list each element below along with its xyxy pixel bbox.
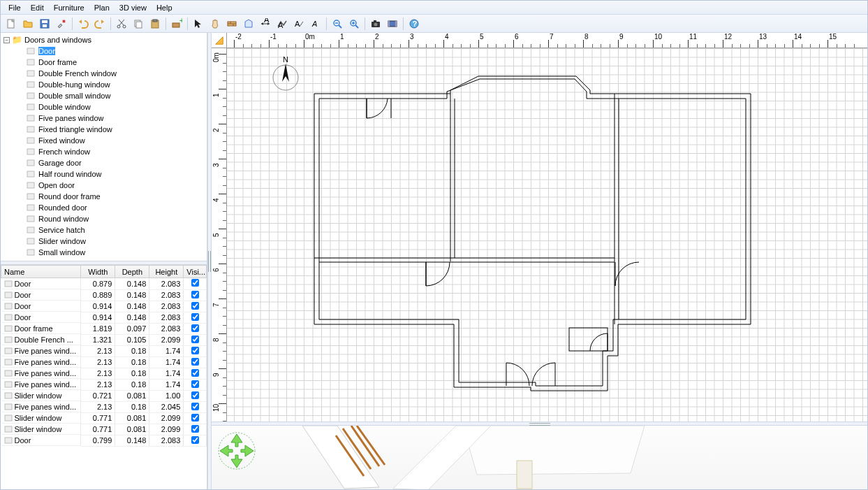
cell-visible[interactable] [184, 390, 207, 401]
nav-3d-arrows[interactable] [217, 431, 256, 470]
cell-visible[interactable] [184, 401, 207, 412]
open-folder-icon[interactable] [20, 16, 36, 31]
catalog-category-doors-windows[interactable]: − 📁 Doors and windows [1, 34, 207, 45]
catalog-item[interactable]: Open door [1, 180, 207, 191]
create-text-label-icon[interactable]: A [291, 16, 307, 31]
catalog-item[interactable]: Double window [1, 101, 207, 113]
cell-visible[interactable] [184, 289, 207, 301]
save-icon[interactable] [37, 16, 52, 31]
create-wall-icon[interactable] [224, 16, 240, 31]
help-icon[interactable]: ? [406, 16, 422, 31]
table-row[interactable]: Slider window0.7710.0812.099 [1, 424, 207, 435]
col-header-name[interactable]: Name [1, 266, 81, 278]
collapse-icon[interactable]: − [3, 37, 10, 43]
menu-help[interactable]: Help [152, 2, 177, 13]
cell-visible[interactable] [184, 301, 207, 312]
visible-checkbox[interactable] [191, 380, 199, 388]
cell-visible[interactable] [184, 379, 207, 390]
col-header-depth[interactable]: Depth [115, 266, 149, 278]
cell-visible[interactable] [184, 356, 207, 368]
catalog-item[interactable]: Rounded door [1, 202, 207, 213]
col-header-width[interactable]: Width [81, 266, 115, 278]
table-row[interactable]: Five panes wind...2.130.181.74 [1, 345, 207, 356]
cell-visible[interactable] [184, 334, 207, 345]
copy-icon[interactable] [131, 16, 146, 31]
table-row[interactable]: Five panes wind...2.130.181.74 [1, 356, 207, 368]
visible-checkbox[interactable] [191, 336, 199, 343]
cell-visible[interactable] [184, 435, 207, 446]
visible-checkbox[interactable] [191, 324, 199, 332]
visible-checkbox[interactable] [191, 302, 199, 310]
undo-icon[interactable] [75, 16, 91, 31]
table-row[interactable]: Door0.8890.1482.083 [1, 289, 207, 301]
cell-visible[interactable] [184, 412, 207, 424]
select-tool-icon[interactable] [191, 16, 206, 31]
catalog-item[interactable]: French window [1, 146, 207, 157]
create-text-icon[interactable]: A [308, 16, 323, 31]
menu-3d-view[interactable]: 3D view [115, 2, 152, 13]
video-icon[interactable] [385, 16, 400, 31]
pan-tool-icon[interactable] [207, 16, 223, 31]
visible-checkbox[interactable] [191, 403, 199, 410]
cell-visible[interactable] [184, 424, 207, 435]
col-header-visible[interactable]: Visi... [184, 266, 207, 278]
arrow-right-icon[interactable] [241, 445, 253, 456]
catalog-item[interactable]: Round window [1, 213, 207, 224]
visible-checkbox[interactable] [191, 391, 199, 399]
table-row[interactable]: Door0.9140.1482.083 [1, 301, 207, 312]
catalog-item[interactable]: Double French window [1, 68, 207, 79]
visible-checkbox[interactable] [191, 425, 199, 433]
table-row[interactable]: Door frame1.8190.0972.083 [1, 323, 207, 334]
table-row[interactable]: Door0.9140.1482.083 [1, 312, 207, 323]
arrow-left-icon[interactable] [220, 445, 233, 456]
table-row[interactable]: Double French ...1.3210.1052.099 [1, 334, 207, 345]
visible-checkbox[interactable] [191, 358, 199, 366]
visible-checkbox[interactable] [191, 436, 199, 444]
plan-grid-canvas[interactable]: N [227, 48, 867, 421]
create-room-icon[interactable] [241, 16, 256, 31]
menu-file[interactable]: File [3, 2, 26, 13]
visible-checkbox[interactable] [191, 279, 199, 287]
catalog-item[interactable]: Slider window [1, 236, 207, 247]
visible-checkbox[interactable] [191, 313, 199, 321]
catalog-item[interactable]: Half round window [1, 168, 207, 180]
plan-2d-view[interactable]: -2-10m123456789101112131415 0m1234567891… [212, 33, 867, 421]
visible-checkbox[interactable] [191, 291, 199, 298]
furniture-list-table[interactable]: Name Width Depth Height Visi... Door0.87… [1, 265, 207, 489]
redo-icon[interactable] [92, 16, 108, 31]
table-row[interactable]: Five panes wind...2.130.181.74 [1, 379, 207, 390]
catalog-item[interactable]: Door [1, 45, 207, 57]
ruler-corner[interactable] [212, 33, 227, 48]
create-polyline-icon[interactable]: A [274, 16, 290, 31]
table-row[interactable]: Five panes wind...2.130.181.74 [1, 368, 207, 379]
catalog-item[interactable]: Double-hung window [1, 79, 207, 90]
preferences-icon[interactable] [54, 16, 69, 31]
new-file-icon[interactable] [3, 16, 19, 31]
create-dimension-icon[interactable]: A [258, 16, 273, 31]
catalog-item[interactable]: Small window [1, 247, 207, 258]
catalog-item[interactable]: Door frame [1, 57, 207, 68]
table-row[interactable]: Five panes wind...2.130.182.045 [1, 401, 207, 412]
catalog-item[interactable]: Fixed window [1, 135, 207, 146]
menu-plan[interactable]: Plan [89, 2, 115, 13]
cell-visible[interactable] [184, 323, 207, 334]
table-row[interactable]: Slider window0.7210.0811.00 [1, 390, 207, 401]
zoom-out-icon[interactable] [330, 16, 345, 31]
cell-visible[interactable] [184, 368, 207, 379]
add-furniture-icon[interactable]: + [169, 16, 184, 31]
catalog-item[interactable]: Five panes window [1, 113, 207, 124]
table-row[interactable]: Door0.8790.1482.083 [1, 278, 207, 290]
paste-icon[interactable] [147, 16, 163, 31]
zoom-in-icon[interactable] [346, 16, 362, 31]
catalog-item[interactable]: Garage door [1, 157, 207, 168]
arrow-up-icon[interactable] [231, 434, 242, 447]
arrow-down-icon[interactable] [231, 455, 242, 468]
catalog-item[interactable]: Fixed triangle window [1, 124, 207, 135]
catalog-item[interactable]: Service hatch [1, 224, 207, 236]
cell-visible[interactable] [184, 312, 207, 323]
table-row[interactable]: Slider window0.7710.0812.099 [1, 412, 207, 424]
catalog-item[interactable]: Round door frame [1, 191, 207, 202]
view-3d[interactable] [212, 426, 867, 489]
cut-icon[interactable] [114, 16, 129, 31]
photo-icon[interactable] [368, 16, 383, 31]
